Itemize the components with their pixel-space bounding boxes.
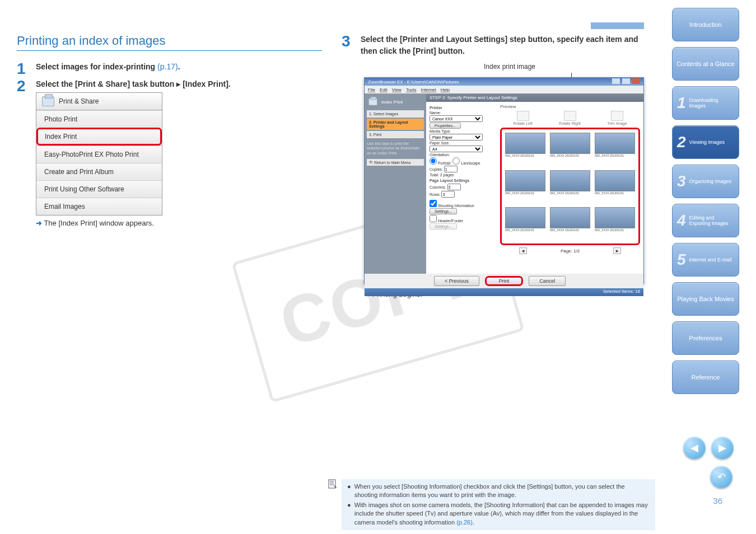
menu-item-print-other[interactable]: Print Using Other Software — [36, 180, 162, 198]
minimize-button[interactable] — [612, 78, 620, 84]
thumbnail[interactable]: IMG_XXXX 2013/01/01 — [595, 170, 635, 203]
landscape-radio[interactable] — [452, 157, 460, 165]
nav-playing-movies[interactable]: Playing Back Movies — [672, 282, 739, 316]
nav-chapter-1[interactable]: 1Downloading Images — [672, 86, 739, 120]
headerfooter-checkbox[interactable] — [430, 215, 437, 222]
nav-label: Internet and E-mail — [689, 257, 732, 263]
nav-chapter-5[interactable]: 5Internet and E-mail — [672, 243, 739, 277]
tool-trim[interactable]: Trim Image — [607, 111, 627, 125]
nav-label: Organizing Images — [689, 179, 732, 184]
portrait-radio[interactable] — [430, 157, 437, 165]
maximize-button[interactable] — [622, 78, 630, 84]
step-2-result-text: The [Index Print] window appears. — [44, 219, 154, 227]
settings-panel: Printer Name: Canon XXX Properties... Me… — [430, 104, 497, 270]
menu-internet[interactable]: Internet — [421, 87, 436, 92]
nav-label: Viewing Images — [689, 139, 725, 145]
side-step-printer-layout[interactable]: 2. Printer and Layout Settings — [367, 119, 424, 130]
copies-input[interactable] — [444, 166, 458, 172]
task-header: Index Print — [367, 96, 424, 110]
columns-label: Columns: — [430, 185, 446, 189]
printer-icon — [368, 99, 377, 106]
side-nav: Introduction Contents at a Glance 1Downl… — [672, 8, 739, 400]
properties-button[interactable]: Properties... — [430, 123, 461, 129]
menu-file[interactable]: File — [368, 87, 375, 92]
step-1-text-tail: . — [178, 62, 180, 71]
menu-view[interactable]: View — [392, 87, 402, 92]
page-next-button[interactable]: ► — [613, 247, 621, 254]
svg-rect-0 — [329, 480, 335, 488]
preview-thumbnails: IMG_XXXX 2013/01/01 IMG_XXXX 2013/01/01 … — [500, 128, 640, 245]
thumbnail[interactable]: IMG_XXXX 2013/01/01 — [505, 207, 545, 240]
copies-label: Copies: — [430, 167, 443, 171]
menu-edit[interactable]: Edit — [380, 87, 388, 92]
thumbnail[interactable]: IMG_XXXX 2013/01/01 — [550, 133, 590, 166]
headerfooter-settings-button: Settings... — [430, 223, 457, 229]
menu-item-index-print[interactable]: Index Print — [36, 128, 162, 146]
side-step-print[interactable]: 3. Print — [367, 131, 424, 138]
thumbnail[interactable]: IMG_XXXX 2013/01/01 — [550, 207, 590, 240]
nav-next-page[interactable]: ▶ — [711, 437, 734, 459]
name-label: Name: — [430, 111, 497, 115]
top-accent-bar — [591, 22, 644, 29]
note-bullet-2: With images shot on some camera models, … — [354, 501, 650, 527]
shooting-info-checkbox[interactable] — [430, 200, 437, 207]
trim-icon — [611, 111, 623, 121]
layout-group-label: Page Layout Settings — [430, 179, 497, 182]
nav-label: Editing and Exporting Images — [689, 215, 735, 227]
menu-item-create-album[interactable]: Create and Print Album — [36, 163, 162, 180]
thumbnail[interactable]: IMG_XXXX 2013/01/01 — [550, 170, 590, 203]
index-print-callout: Index print image — [364, 63, 655, 71]
nav-label: Reference — [692, 374, 720, 381]
printer-group-label: Printer — [430, 106, 497, 110]
nav-chapter-4[interactable]: 4Editing and Exporting Images — [672, 204, 739, 237]
menu-tools[interactable]: Tools — [406, 87, 417, 92]
nav-label: Introduction — [689, 21, 721, 29]
side-step-select-images[interactable]: 1. Select Images — [367, 110, 424, 118]
media-type-select[interactable]: Plain Paper — [430, 134, 483, 140]
tool-rotate-right[interactable]: Rotate Right — [559, 111, 581, 125]
paper-size-select[interactable]: A4 — [430, 146, 483, 152]
side-tip: Use this task to print the selected phot… — [367, 142, 424, 156]
nav-introduction[interactable]: Introduction — [672, 8, 739, 41]
nav-label: Downloading Images — [689, 97, 735, 109]
thumbnail[interactable]: IMG_XXXX 2013/01/01 — [595, 133, 635, 166]
paper-size-label: Paper Size: — [430, 141, 497, 145]
previous-button[interactable]: < Previous — [434, 276, 479, 286]
thumbnail[interactable]: IMG_XXXX 2013/01/01 — [505, 170, 545, 203]
print-button[interactable]: Print — [485, 276, 524, 286]
thumbnail[interactable]: IMG_XXXX 2013/01/01 — [595, 207, 635, 240]
nav-contents[interactable]: Contents at a Glance — [672, 47, 739, 81]
window-titlebar: ZoomBrowser EX - E:\Users\CANON\Pictures — [365, 78, 643, 86]
thumbnail[interactable]: IMG_XXXX 2013/01/01 — [505, 133, 545, 166]
status-bar: Selected Items: 18 — [365, 288, 643, 296]
close-button[interactable] — [632, 78, 640, 84]
nav-prev-page[interactable]: ◀ — [683, 437, 706, 459]
nav-return[interactable]: ↶ — [710, 466, 732, 488]
rows-input[interactable] — [441, 191, 455, 198]
print-share-header: Print & Share — [36, 93, 162, 110]
menu-item-email-images[interactable]: Email Images — [36, 198, 162, 215]
index-print-window: ZoomBrowser EX - E:\Users\CANON\Pictures… — [364, 77, 644, 284]
menu-item-easy-photoprint[interactable]: Easy-PhotoPrint EX Photo Print — [36, 146, 162, 163]
shooting-info-label: Shooting Information — [438, 204, 474, 208]
nav-chapter-2[interactable]: 2Viewing Images — [672, 125, 739, 159]
step-3-number: 3 — [342, 34, 358, 49]
tool-rotate-left[interactable]: Rotate Left — [514, 111, 533, 125]
return-main-menu[interactable]: ⟲ Return to Main Menu — [367, 159, 424, 166]
nav-reference[interactable]: Reference — [672, 360, 739, 394]
note-link[interactable]: (p.26) — [456, 519, 473, 526]
columns-input[interactable] — [447, 184, 461, 190]
menu-help[interactable]: Help — [441, 87, 450, 92]
menu-item-photo-print[interactable]: Photo Print — [36, 110, 162, 128]
note-panel: ● When you select [Shooting Information]… — [342, 479, 655, 530]
shooting-settings-button[interactable]: Settings... — [430, 208, 457, 214]
page-prev-button[interactable]: ◄ — [519, 247, 527, 254]
dialog-footer: < Previous Print Cancel — [365, 274, 643, 288]
printer-name-select[interactable]: Canon XXX — [430, 115, 483, 122]
step-1-link[interactable]: (p.17) — [157, 62, 178, 71]
cancel-button[interactable]: Cancel — [529, 276, 566, 286]
printer-icon — [42, 96, 54, 106]
nav-chapter-3[interactable]: 3Organizing Images — [672, 165, 739, 198]
orientation-label: Orientation: — [430, 153, 497, 157]
nav-preferences[interactable]: Preferences — [672, 321, 739, 355]
